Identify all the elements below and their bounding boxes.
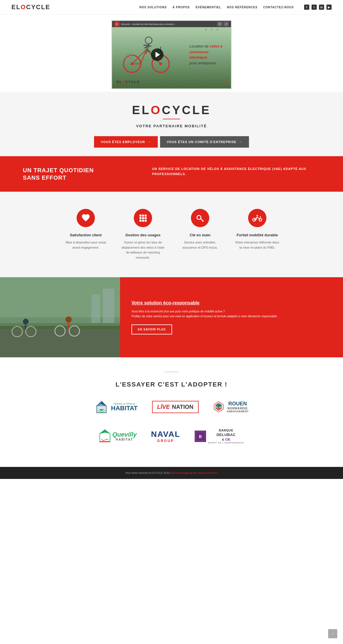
header: ELOCYCLE NOS SOLUTIONS À PROPOS ÉVÉNEMEN… <box>0 0 343 15</box>
nav-solutions[interactable]: NOS SOLUTIONS <box>139 6 167 9</box>
nav-references[interactable]: NOS RÉFÉRENCES <box>227 6 258 9</box>
logo[interactable]: ELOCYCLE <box>11 3 50 11</box>
svg-rect-30 <box>139 220 141 222</box>
nav-evenementiel[interactable]: ÉVÉNEMENTIEL <box>196 6 221 9</box>
logos-row-1: Terre d'Opale HABITAT LÏVE NATION ROUEN … <box>11 400 332 414</box>
svg-rect-26 <box>145 215 147 217</box>
svg-line-6 <box>141 49 146 64</box>
feature-satisfaction-desc: Mise à disposition pour essai avant enga… <box>63 240 109 250</box>
feature-grid-icon <box>134 209 152 227</box>
feature-gestion-desc: Suivez et gérez les taux de déplacement … <box>120 240 166 260</box>
key-svg <box>196 214 204 222</box>
svg-rect-25 <box>142 215 144 217</box>
svg-rect-52 <box>0 329 120 357</box>
facebook-icon[interactable]: f <box>304 5 309 10</box>
eco-desc: Vous êtes à la recherche d'un axe pour v… <box>131 309 332 319</box>
video-share-icon[interactable]: ↗ <box>224 22 229 26</box>
nav-contact[interactable]: CONTACTEZ-NOUS <box>263 6 294 9</box>
feature-cle-desc: Service avec entretien, assurance et GPS… <box>177 240 223 250</box>
video-section: Location de vélos àassistanceélectriquep… <box>0 15 343 92</box>
logo-live-nation[interactable]: LÏVE NATION <box>152 401 199 413</box>
feature-cle-title: Clé en main <box>177 233 223 237</box>
svg-line-54 <box>25 324 26 330</box>
svg-rect-27 <box>139 217 141 219</box>
naval-text: NAVAL <box>151 430 180 439</box>
footer-mentions-link[interactable]: Mentions légales <box>171 471 191 474</box>
cta-employer-arrow: → <box>147 140 151 144</box>
cta-employer-button[interactable]: VOUS ÊTES EMPLOYEUR → <box>94 136 158 148</box>
red-banner-right: UN SERVICE DE LOCATION DE VÉLOS À ASSIST… <box>152 167 320 177</box>
feature-gestion: Gestion des usages Suivez et gérez les t… <box>114 209 172 260</box>
video-container[interactable]: Location de vélos àassistanceélectriquep… <box>111 20 232 89</box>
brand-section: ELOCYCLE VOTRE PARTENAIRE MOBILITÉ VOUS … <box>0 92 343 156</box>
video-background: Location de vélos àassistanceélectriquep… <box>112 21 231 88</box>
video-topbar: EL Elocycle - Location de vélo électriqu… <box>112 21 231 27</box>
video-controls: ⏱ ↗ <box>217 22 229 26</box>
svg-rect-24 <box>139 215 141 217</box>
feature-key-icon <box>191 209 209 227</box>
logo-banque-delubac[interactable]: B BANQUE DELUBAC & Cie ESPRIT DE L'INDÉP… <box>195 428 244 444</box>
video-arrow: → <box>222 79 228 86</box>
video-inner: Location de vélos àassistanceélectriquep… <box>112 21 231 88</box>
video-logo-small: EL <box>114 21 119 27</box>
svg-point-57 <box>65 316 72 323</box>
cyclists-svg <box>0 277 120 357</box>
essayer-section: L'ESSAYER C'EST L'ADOPTER ! Terre d'Opal… <box>0 357 343 467</box>
heart-svg <box>81 214 90 222</box>
nation-text: NATION <box>170 404 194 410</box>
video-title-text: Elocycle - Location de vélo électrique p… <box>121 23 176 25</box>
feature-forfait-desc: Notre entreprise référente dans la mise … <box>234 240 280 250</box>
logos-row-2: Quevilly HABITAT NAVAL GRoUp B BANQUE DE… <box>11 428 332 444</box>
video-clock-icon[interactable]: ⏱ <box>217 22 222 26</box>
terre-svg <box>94 400 109 414</box>
logo-rouen-normandie[interactable]: ROUEN NORMANDIE AMÉNAGEMENT <box>213 401 249 413</box>
footer: Tous droits réservés ELOCYCLE 2020 | Men… <box>0 467 343 479</box>
feature-forfait-title: Forfait mobilité durable <box>234 233 280 237</box>
rouen-svg <box>213 401 224 413</box>
footer-realise-link[interactable]: Site réalisé par RDSC <box>193 471 218 474</box>
svg-rect-29 <box>145 217 147 219</box>
eco-title: Votre solution éco-responsable <box>131 300 332 306</box>
svg-rect-32 <box>145 220 147 222</box>
banque-icon: B <box>195 431 206 442</box>
svg-line-58 <box>68 323 69 329</box>
cta-ce-arrow: → <box>239 140 242 144</box>
svg-rect-28 <box>142 217 144 219</box>
svg-point-53 <box>23 319 29 324</box>
svg-rect-51 <box>103 289 114 323</box>
nav-apropos[interactable]: À PROPOS <box>172 6 190 9</box>
eco-image <box>0 277 120 357</box>
bike-illustration <box>115 27 178 78</box>
red-banner-left: UN TRAJET QUOTIDIENSANS EFFORT <box>23 167 135 181</box>
logo-quevilly[interactable]: Quevilly HABITAT <box>99 429 137 443</box>
eco-learn-more-button[interactable]: EN SAVOIR PLUS <box>131 324 172 334</box>
feature-satisfaction-title: Satisfaction client <box>63 233 109 237</box>
svg-point-33 <box>197 215 201 219</box>
logo-naval-group[interactable]: NAVAL GRoUp <box>151 430 180 443</box>
cta-ce-button[interactable]: VOUS ÊTES UN COMITÉ D'ENTREPRISE → <box>160 136 249 148</box>
bike-svg <box>118 29 175 75</box>
video-logo-overlay: ELOCYCLE Tous les trajets sans effort... <box>117 80 141 86</box>
brand-underline <box>163 119 180 119</box>
red-banner-title: UN TRAJET QUOTIDIENSANS EFFORT <box>23 167 135 181</box>
social-icons: f t in ▶ <box>304 5 332 10</box>
youtube-icon[interactable]: ▶ <box>326 5 332 10</box>
quevilly-text: Quevilly HABITAT <box>112 431 137 441</box>
feature-gestion-title: Gestion des usages <box>120 233 166 237</box>
terre-text: Terre d'Opale HABITAT <box>111 403 137 411</box>
eco-content: Votre solution éco-responsable Vous êtes… <box>120 277 343 357</box>
live-text: LÏVE <box>157 404 170 410</box>
rouen-text: ROUEN NORMANDIE AMÉNAGEMENT <box>227 401 249 413</box>
svg-rect-50 <box>91 294 100 323</box>
banque-svg: B <box>195 431 206 441</box>
feature-cle: Clé en main Service avec entretien, assu… <box>172 209 229 260</box>
svg-point-12 <box>145 37 152 44</box>
twitter-icon[interactable]: t <box>312 5 317 10</box>
linkedin-icon[interactable]: in <box>319 5 324 10</box>
logo-red-letter: O <box>21 3 26 11</box>
bike-small-svg <box>252 215 262 221</box>
video-play-button[interactable] <box>151 48 163 61</box>
group-text: GRoUp <box>157 439 174 443</box>
logo-suffix: CYCLE <box>26 3 50 11</box>
logo-terre-opale[interactable]: Terre d'Opale HABITAT <box>94 400 137 414</box>
